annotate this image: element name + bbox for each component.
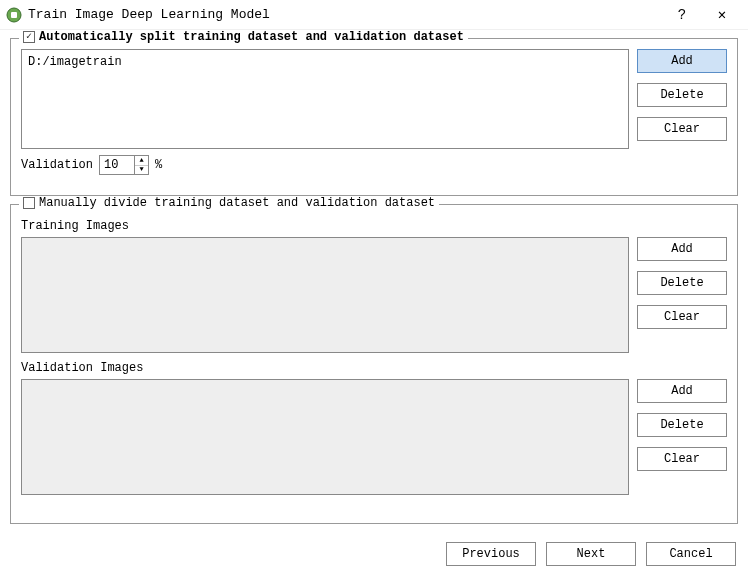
training-add-button[interactable]: Add	[637, 237, 727, 261]
next-button[interactable]: Next	[546, 542, 636, 566]
auto-split-row: D:/imagetrain Add Delete Clear	[21, 49, 727, 149]
manual-split-legend: Manually divide training dataset and val…	[19, 196, 439, 210]
auto-side-buttons: Add Delete Clear	[637, 49, 727, 149]
validation-spinner[interactable]: ▲ ▼	[99, 155, 149, 175]
auto-split-legend-text: Automatically split training dataset and…	[39, 30, 464, 44]
spinner-up-icon[interactable]: ▲	[135, 156, 148, 166]
training-paths-listbox[interactable]	[21, 237, 629, 353]
close-button[interactable]: ✕	[702, 0, 742, 30]
validation-suffix: %	[155, 158, 162, 172]
auto-clear-button[interactable]: Clear	[637, 117, 727, 141]
spinner-arrows: ▲ ▼	[134, 156, 148, 174]
validation-add-button[interactable]: Add	[637, 379, 727, 403]
training-delete-button[interactable]: Delete	[637, 271, 727, 295]
titlebar: Train Image Deep Learning Model ? ✕	[0, 0, 748, 30]
training-images-label: Training Images	[21, 219, 727, 233]
validation-images-row: Add Delete Clear	[21, 379, 727, 495]
validation-label: Validation	[21, 158, 93, 172]
previous-button[interactable]: Previous	[446, 542, 536, 566]
svg-rect-1	[11, 12, 17, 18]
auto-split-group: Automatically split training dataset and…	[10, 38, 738, 196]
cancel-button[interactable]: Cancel	[646, 542, 736, 566]
auto-add-button[interactable]: Add	[637, 49, 727, 73]
validation-row: Validation ▲ ▼ %	[21, 155, 727, 175]
manual-split-group: Manually divide training dataset and val…	[10, 204, 738, 524]
training-row: Add Delete Clear	[21, 237, 727, 353]
spinner-down-icon[interactable]: ▼	[135, 166, 148, 175]
help-button[interactable]: ?	[662, 0, 702, 30]
training-side-buttons: Add Delete Clear	[637, 237, 727, 353]
manual-split-legend-text: Manually divide training dataset and val…	[39, 196, 435, 210]
auto-paths-listbox[interactable]: D:/imagetrain	[21, 49, 629, 149]
validation-delete-button[interactable]: Delete	[637, 413, 727, 437]
validation-images-label: Validation Images	[21, 361, 727, 375]
manual-split-checkbox[interactable]	[23, 197, 35, 209]
list-item[interactable]: D:/imagetrain	[28, 54, 622, 70]
content-area: Automatically split training dataset and…	[0, 30, 748, 524]
auto-split-legend: Automatically split training dataset and…	[19, 30, 468, 44]
window-title: Train Image Deep Learning Model	[28, 7, 662, 22]
auto-split-checkbox[interactable]	[23, 31, 35, 43]
auto-delete-button[interactable]: Delete	[637, 83, 727, 107]
validation-side-buttons: Add Delete Clear	[637, 379, 727, 495]
validation-paths-listbox[interactable]	[21, 379, 629, 495]
validation-clear-button[interactable]: Clear	[637, 447, 727, 471]
validation-input[interactable]	[100, 156, 134, 174]
training-clear-button[interactable]: Clear	[637, 305, 727, 329]
app-icon	[6, 7, 22, 23]
footer-buttons: Previous Next Cancel	[446, 542, 736, 566]
